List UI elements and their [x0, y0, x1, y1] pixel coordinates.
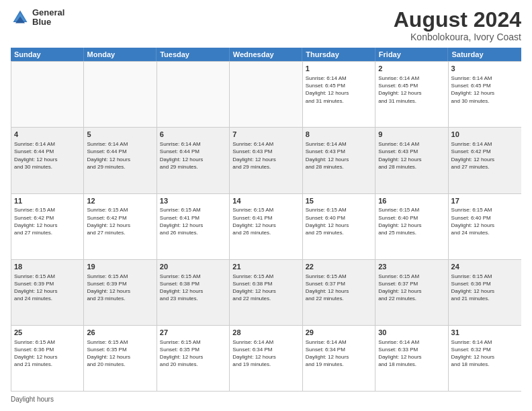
calendar-header: SundayMondayTuesdayWednesdayThursdayFrid… — [11, 48, 521, 61]
calendar-cell: 10Sunrise: 6:14 AM Sunset: 6:42 PM Dayli… — [449, 128, 521, 193]
cell-details: Sunrise: 6:14 AM Sunset: 6:33 PM Dayligh… — [378, 338, 445, 369]
calendar-row: 1Sunrise: 6:14 AM Sunset: 6:45 PM Daylig… — [11, 61, 521, 127]
calendar-cell: 11Sunrise: 6:15 AM Sunset: 6:42 PM Dayli… — [11, 194, 84, 259]
cell-details: Sunrise: 6:14 AM Sunset: 6:43 PM Dayligh… — [232, 140, 299, 171]
logo-icon — [11, 8, 30, 27]
cell-details: Sunrise: 6:14 AM Sunset: 6:42 PM Dayligh… — [451, 140, 519, 171]
calendar-cell: 25Sunrise: 6:15 AM Sunset: 6:36 PM Dayli… — [11, 326, 84, 391]
cell-details: Sunrise: 6:15 AM Sunset: 6:42 PM Dayligh… — [14, 206, 81, 236]
cell-details: Sunrise: 6:15 AM Sunset: 6:41 PM Dayligh… — [160, 206, 226, 236]
calendar-cell: 29Sunrise: 6:14 AM Sunset: 6:34 PM Dayli… — [303, 326, 375, 391]
calendar-cell: 2Sunrise: 6:14 AM Sunset: 6:45 PM Daylig… — [375, 62, 448, 127]
cell-details: Sunrise: 6:15 AM Sunset: 6:40 PM Dayligh… — [378, 206, 445, 236]
day-number: 12 — [87, 196, 153, 206]
day-number: 23 — [378, 262, 445, 272]
calendar-day-header: Wednesday — [230, 48, 303, 61]
calendar-day-header: Saturday — [448, 48, 521, 61]
cell-details: Sunrise: 6:15 AM Sunset: 6:35 PM Dayligh… — [87, 338, 153, 369]
cell-details: Sunrise: 6:14 AM Sunset: 6:45 PM Dayligh… — [451, 75, 519, 105]
calendar-cell: 7Sunrise: 6:14 AM Sunset: 6:43 PM Daylig… — [230, 128, 302, 193]
cell-details: Sunrise: 6:15 AM Sunset: 6:37 PM Dayligh… — [306, 273, 372, 303]
day-number: 16 — [378, 196, 445, 206]
calendar-day-header: Monday — [84, 48, 157, 61]
cell-details: Sunrise: 6:15 AM Sunset: 6:42 PM Dayligh… — [87, 206, 153, 236]
calendar-cell: 12Sunrise: 6:15 AM Sunset: 6:42 PM Dayli… — [84, 194, 157, 259]
calendar-cell: 15Sunrise: 6:15 AM Sunset: 6:40 PM Dayli… — [303, 194, 375, 259]
page: General Blue August 2024 Konbolokoura, I… — [0, 0, 532, 411]
day-number: 20 — [160, 262, 226, 272]
day-number: 30 — [378, 328, 445, 338]
cell-details: Sunrise: 6:14 AM Sunset: 6:32 PM Dayligh… — [451, 338, 519, 369]
day-number: 4 — [14, 130, 81, 140]
day-number: 17 — [451, 196, 519, 206]
logo-text: General Blue — [32, 8, 64, 28]
day-number: 5 — [87, 130, 153, 140]
calendar-cell: 9Sunrise: 6:14 AM Sunset: 6:43 PM Daylig… — [375, 128, 448, 193]
day-number: 22 — [306, 262, 372, 272]
cell-details: Sunrise: 6:15 AM Sunset: 6:41 PM Dayligh… — [232, 206, 299, 236]
calendar-cell: 8Sunrise: 6:14 AM Sunset: 6:43 PM Daylig… — [303, 128, 375, 193]
cell-details: Sunrise: 6:14 AM Sunset: 6:44 PM Dayligh… — [160, 140, 226, 171]
cell-details: Sunrise: 6:14 AM Sunset: 6:43 PM Dayligh… — [378, 140, 445, 171]
calendar-cell: 3Sunrise: 6:14 AM Sunset: 6:45 PM Daylig… — [449, 62, 521, 127]
calendar-day-header: Sunday — [11, 48, 84, 61]
cell-details: Sunrise: 6:15 AM Sunset: 6:35 PM Dayligh… — [160, 338, 226, 369]
calendar-cell: 5Sunrise: 6:14 AM Sunset: 6:44 PM Daylig… — [84, 128, 157, 193]
calendar-cell: 31Sunrise: 6:14 AM Sunset: 6:32 PM Dayli… — [449, 326, 521, 391]
footer: Daylight hours — [11, 396, 521, 403]
cell-details: Sunrise: 6:15 AM Sunset: 6:39 PM Dayligh… — [87, 273, 153, 303]
day-number: 7 — [232, 130, 299, 140]
cell-details: Sunrise: 6:14 AM Sunset: 6:45 PM Dayligh… — [306, 75, 372, 105]
calendar-cell: 28Sunrise: 6:14 AM Sunset: 6:34 PM Dayli… — [230, 326, 302, 391]
cell-details: Sunrise: 6:15 AM Sunset: 6:38 PM Dayligh… — [160, 273, 226, 303]
day-number: 26 — [87, 328, 153, 338]
calendar-cell: 23Sunrise: 6:15 AM Sunset: 6:37 PM Dayli… — [375, 260, 448, 325]
calendar-cell — [11, 62, 84, 127]
calendar-cell: 4Sunrise: 6:14 AM Sunset: 6:44 PM Daylig… — [11, 128, 84, 193]
calendar-cell: 26Sunrise: 6:15 AM Sunset: 6:35 PM Dayli… — [84, 326, 157, 391]
day-number: 29 — [306, 328, 372, 338]
day-number: 24 — [451, 262, 519, 272]
calendar-cell — [230, 62, 302, 127]
cell-details: Sunrise: 6:14 AM Sunset: 6:34 PM Dayligh… — [232, 338, 299, 369]
calendar-cell: 30Sunrise: 6:14 AM Sunset: 6:33 PM Dayli… — [375, 326, 448, 391]
day-number: 15 — [306, 196, 372, 206]
calendar-cell: 16Sunrise: 6:15 AM Sunset: 6:40 PM Dayli… — [375, 194, 448, 259]
logo-line1: General — [32, 8, 64, 17]
day-number: 28 — [232, 328, 299, 338]
cell-details: Sunrise: 6:15 AM Sunset: 6:36 PM Dayligh… — [451, 273, 519, 303]
cell-details: Sunrise: 6:14 AM Sunset: 6:34 PM Dayligh… — [306, 338, 372, 369]
header: General Blue August 2024 Konbolokoura, I… — [11, 8, 521, 42]
cell-details: Sunrise: 6:14 AM Sunset: 6:45 PM Dayligh… — [378, 75, 445, 105]
calendar-cell: 14Sunrise: 6:15 AM Sunset: 6:41 PM Dayli… — [230, 194, 302, 259]
day-number: 14 — [232, 196, 299, 206]
calendar-cell — [157, 62, 230, 127]
calendar-row: 4Sunrise: 6:14 AM Sunset: 6:44 PM Daylig… — [11, 127, 521, 193]
calendar: SundayMondayTuesdayWednesdayThursdayFrid… — [11, 48, 521, 392]
calendar-cell: 22Sunrise: 6:15 AM Sunset: 6:37 PM Dayli… — [303, 260, 375, 325]
calendar-cell: 17Sunrise: 6:15 AM Sunset: 6:40 PM Dayli… — [449, 194, 521, 259]
day-number: 19 — [87, 262, 153, 272]
day-number: 3 — [451, 64, 519, 74]
calendar-cell: 18Sunrise: 6:15 AM Sunset: 6:39 PM Dayli… — [11, 260, 84, 325]
cell-details: Sunrise: 6:15 AM Sunset: 6:36 PM Dayligh… — [14, 338, 81, 369]
day-number: 8 — [306, 130, 372, 140]
cell-details: Sunrise: 6:14 AM Sunset: 6:44 PM Dayligh… — [14, 140, 81, 171]
calendar-cell: 27Sunrise: 6:15 AM Sunset: 6:35 PM Dayli… — [157, 326, 230, 391]
day-number: 31 — [451, 328, 519, 338]
logo: General Blue — [11, 8, 64, 28]
cell-details: Sunrise: 6:15 AM Sunset: 6:37 PM Dayligh… — [378, 273, 445, 303]
calendar-cell — [84, 62, 157, 127]
calendar-body: 1Sunrise: 6:14 AM Sunset: 6:45 PM Daylig… — [11, 61, 521, 392]
calendar-cell: 21Sunrise: 6:15 AM Sunset: 6:38 PM Dayli… — [230, 260, 302, 325]
calendar-cell: 13Sunrise: 6:15 AM Sunset: 6:41 PM Dayli… — [157, 194, 230, 259]
day-number: 1 — [306, 64, 372, 74]
main-title: August 2024 — [394, 8, 521, 32]
calendar-cell: 20Sunrise: 6:15 AM Sunset: 6:38 PM Dayli… — [157, 260, 230, 325]
calendar-cell: 19Sunrise: 6:15 AM Sunset: 6:39 PM Dayli… — [84, 260, 157, 325]
logo-line2: Blue — [32, 17, 64, 27]
calendar-cell: 6Sunrise: 6:14 AM Sunset: 6:44 PM Daylig… — [157, 128, 230, 193]
cell-details: Sunrise: 6:15 AM Sunset: 6:39 PM Dayligh… — [14, 273, 81, 303]
cell-details: Sunrise: 6:15 AM Sunset: 6:38 PM Dayligh… — [232, 273, 299, 303]
calendar-row: 18Sunrise: 6:15 AM Sunset: 6:39 PM Dayli… — [11, 259, 521, 325]
